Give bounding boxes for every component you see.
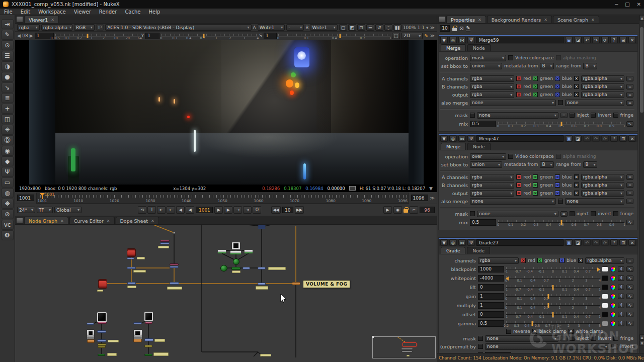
- render-icon[interactable]: ◉: [393, 206, 402, 214]
- channel-equals-button[interactable]: =: [626, 76, 633, 81]
- blue-checkbox[interactable]: ✕: [555, 76, 560, 81]
- redo-icon[interactable]: ↷: [592, 239, 600, 246]
- color-wheel-icon[interactable]: [610, 303, 616, 308]
- alpha-checkbox[interactable]: ✕: [578, 258, 583, 263]
- curve-icon[interactable]: ∿: [626, 276, 633, 281]
- playback-fps-display[interactable]: 96: [420, 207, 435, 213]
- channels-equals-button[interactable]: =: [626, 258, 633, 263]
- ofx-icon[interactable]: ◍: [2, 188, 14, 198]
- undo-icon[interactable]: ↶: [583, 37, 591, 43]
- graph-node[interactable]: [144, 354, 152, 356]
- curve-icon[interactable]: ∿: [626, 285, 633, 290]
- node-color-icon[interactable]: ◪: [574, 239, 582, 246]
- lift-input[interactable]: 0: [478, 284, 504, 291]
- graph-node[interactable]: [220, 265, 227, 272]
- close-icon[interactable]: ✕: [628, 239, 636, 246]
- status-dropdown-icon[interactable]: ▼: [429, 186, 433, 191]
- mask-channel-button[interactable]: =: [560, 113, 568, 118]
- fringe-checkbox[interactable]: [613, 211, 618, 216]
- gamma-input[interactable]: 1: [145, 33, 159, 39]
- pane-menu-icon[interactable]: [16, 217, 23, 224]
- slider-handle[interactable]: [547, 303, 549, 308]
- scrollbar-thumb[interactable]: [640, 27, 643, 113]
- graph-node[interactable]: [127, 282, 136, 285]
- menu-render[interactable]: Render: [99, 9, 117, 15]
- graph-node[interactable]: [133, 329, 142, 340]
- value-slider[interactable]: 0.20.30.40.50.712345: [506, 320, 600, 327]
- collapse-icon[interactable]: ▼: [440, 135, 448, 142]
- mask-enable-checkbox[interactable]: [470, 113, 475, 118]
- panel-tab-node[interactable]: Node: [467, 44, 491, 51]
- blue-checkbox[interactable]: ✕: [555, 191, 560, 196]
- panel-tab-node[interactable]: Node: [467, 143, 491, 150]
- float-icon[interactable]: ⊞: [619, 37, 627, 43]
- refresh-icon[interactable]: ↺: [375, 24, 383, 31]
- dropdown[interactable]: mask: [470, 55, 506, 61]
- color-swatch-button[interactable]: [602, 321, 608, 326]
- draw-icon[interactable]: ✎: [2, 30, 14, 40]
- graph-node[interactable]: [87, 329, 95, 340]
- viewer-colorspace-select[interactable]: ACES 1.0 - SDR Video (sRGB - Display): [105, 24, 251, 31]
- postage-stamp-icon[interactable]: ▣: [565, 135, 573, 142]
- node-label[interactable]: [158, 246, 169, 248]
- color-wheel-icon[interactable]: [610, 312, 616, 317]
- dropdown[interactable]: over: [470, 153, 506, 160]
- tab-background-renders[interactable]: Background Renders✕: [487, 16, 552, 23]
- graph-node[interactable]: [230, 250, 242, 254]
- panel-tab-node[interactable]: Node: [467, 247, 490, 254]
- redo-icon[interactable]: ↷: [592, 135, 600, 142]
- offset-input[interactable]: 0: [478, 311, 504, 318]
- menu-file[interactable]: File: [4, 9, 13, 15]
- menu-help[interactable]: Help: [149, 9, 160, 15]
- value-slider[interactable]: 00.10.40.71234: [506, 293, 600, 300]
- graph-node[interactable]: [258, 227, 266, 229]
- close-icon[interactable]: ✕: [628, 37, 636, 43]
- curve-icon[interactable]: ∿: [626, 294, 633, 299]
- green-checkbox[interactable]: ✕: [533, 174, 538, 179]
- pane-menu-icon[interactable]: [16, 16, 23, 23]
- graph-node[interactable]: [127, 257, 134, 259]
- center-node-icon[interactable]: ◎: [449, 239, 457, 246]
- dropdown[interactable]: none: [565, 100, 624, 106]
- tab-curve-editor[interactable]: Curve Editor✕: [69, 217, 115, 224]
- mask-enable-checkbox[interactable]: [478, 336, 483, 341]
- dropdown[interactable]: B: [583, 161, 597, 168]
- alpha-checkbox[interactable]: ✕: [574, 183, 579, 188]
- mask-enable-checkbox[interactable]: [470, 211, 475, 216]
- dropdown[interactable]: union: [470, 161, 502, 168]
- slider-handle[interactable]: [506, 277, 509, 281]
- undo-icon[interactable]: ↶: [583, 239, 591, 246]
- node-label[interactable]: [97, 290, 103, 292]
- b-buffer-select[interactable]: Write1: [310, 24, 337, 31]
- panel-tab-grade[interactable]: Grade: [441, 247, 465, 254]
- alpha-checkbox[interactable]: ✕: [574, 92, 579, 97]
- viewer-viewport[interactable]: [15, 40, 437, 185]
- red-checkbox[interactable]: ✕: [516, 76, 521, 81]
- timeline-chevron-icon[interactable]: ≫: [430, 196, 435, 201]
- dropdown[interactable]: rgba.alpha: [581, 75, 624, 82]
- center-node-icon[interactable]: ◎: [449, 37, 457, 43]
- undo-icon[interactable]: ↶: [583, 135, 591, 142]
- node-color-icon[interactable]: ◪: [574, 37, 582, 43]
- graph-node[interactable]: [98, 346, 106, 348]
- annotate-pencil-icon[interactable]: ✎: [424, 33, 428, 39]
- mix-input[interactable]: 0.5: [470, 121, 496, 127]
- color-swatch-button[interactable]: [602, 276, 608, 281]
- graph-node[interactable]: [173, 232, 175, 234]
- graph-node[interactable]: [98, 322, 107, 324]
- gamma-slider[interactable]: 00.10.40.71234: [161, 32, 258, 40]
- alpha-masking-checkbox[interactable]: [556, 55, 561, 60]
- also-merge-checkbox[interactable]: [558, 199, 563, 204]
- node-name-input[interactable]: Merge47: [476, 135, 564, 142]
- node-label[interactable]: [153, 352, 169, 356]
- deep-icon[interactable]: Ⓓ: [2, 135, 14, 145]
- dropdown[interactable]: rgba.alpha: [581, 190, 624, 197]
- panel-tab-merge[interactable]: Merge: [441, 44, 466, 51]
- redo-icon[interactable]: ↷: [592, 37, 600, 43]
- also-merge-equals-button[interactable]: =: [626, 100, 633, 106]
- red-checkbox[interactable]: ✕: [516, 92, 521, 97]
- close-tab-icon[interactable]: ✕: [107, 219, 110, 223]
- node-name-input[interactable]: Merge59: [476, 37, 564, 43]
- maximize-icon[interactable]: □: [625, 2, 629, 7]
- next-fstop-icon[interactable]: ▶: [30, 33, 33, 38]
